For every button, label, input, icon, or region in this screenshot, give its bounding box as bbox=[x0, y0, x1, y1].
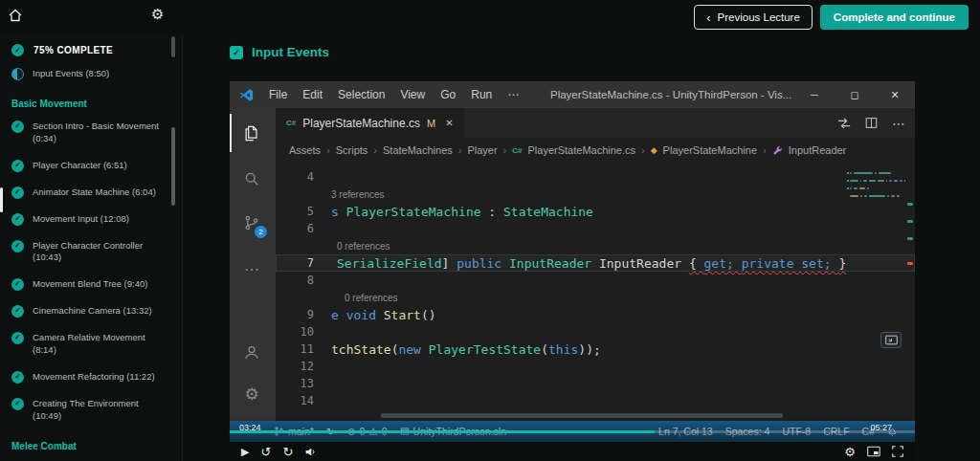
lecture-title: Input Events bbox=[252, 45, 329, 59]
window-controls: ─ ◻ ✕ bbox=[794, 81, 915, 108]
breadcrumb-item[interactable]: StateMachines bbox=[383, 144, 453, 156]
lecture-label: Creating The Environment (10:49) bbox=[33, 397, 167, 423]
fullscreen-icon[interactable] bbox=[892, 446, 903, 457]
check-icon: ✓ bbox=[11, 332, 24, 344]
breadcrumb: Assets › Scripts › StateMachines › Playe… bbox=[276, 138, 915, 163]
rewind-icon[interactable]: ↺ bbox=[260, 446, 271, 458]
maximize-icon[interactable]: ◻ bbox=[835, 81, 875, 108]
scm-badge: 2 bbox=[255, 226, 267, 238]
split-editor-icon[interactable] bbox=[865, 117, 878, 129]
sidebar-item[interactable]: ✓Movement Blend Tree (9:40) bbox=[0, 271, 182, 297]
minimap-line bbox=[850, 207, 905, 209]
code-line: 11tchState(new PlayerTestState(this)); bbox=[276, 340, 915, 358]
tab-label: PlayerStateMachine.cs bbox=[302, 117, 420, 130]
search-icon[interactable] bbox=[230, 160, 274, 198]
volume-icon[interactable] bbox=[304, 446, 317, 458]
scrollbar-thumb[interactable] bbox=[171, 127, 175, 206]
lecture-check-icon: ✓ bbox=[230, 46, 243, 59]
seek-bar[interactable] bbox=[230, 430, 915, 433]
close-icon[interactable]: ✕ bbox=[875, 81, 915, 108]
horizontal-scrollbar[interactable] bbox=[381, 413, 783, 418]
minimap[interactable] bbox=[844, 168, 905, 210]
video-player[interactable]: File Edit Selection View Go Run ⋯ Player… bbox=[230, 81, 915, 461]
lecture-nav: ‹ Previous Lecture Complete and continue bbox=[694, 5, 969, 30]
menu-view[interactable]: View bbox=[392, 81, 433, 108]
codelens-row[interactable]: 0 references bbox=[276, 289, 915, 306]
sidebar-scrollbar[interactable] bbox=[171, 33, 175, 461]
minimap-line bbox=[850, 184, 905, 186]
play-button[interactable]: ▶ bbox=[241, 447, 249, 457]
check-icon: ✓ bbox=[11, 278, 24, 291]
minimap-line bbox=[847, 180, 905, 182]
sidebar-item[interactable]: ✓Camera Relative Movement (8:14) bbox=[0, 324, 182, 363]
minimap-line bbox=[850, 176, 905, 178]
minimap-line bbox=[847, 187, 905, 189]
minimize-icon[interactable]: ─ bbox=[794, 81, 835, 108]
code-line: 12 bbox=[276, 358, 915, 375]
sidebar-item[interactable]: ✓Animator State Machine (6:04) bbox=[0, 179, 182, 206]
menu-selection[interactable]: Selection bbox=[330, 81, 392, 108]
code-editor[interactable]: 43 references5s PlayerStateMachine : Sta… bbox=[276, 163, 915, 421]
account-icon[interactable] bbox=[230, 333, 274, 371]
pip-icon[interactable] bbox=[867, 446, 880, 457]
explorer-icon[interactable] bbox=[230, 114, 272, 152]
sidebar-item[interactable]: ✓Player Character Controller (10:43) bbox=[0, 232, 182, 272]
more-views-icon[interactable]: ⋯ bbox=[230, 250, 274, 288]
breadcrumb-item[interactable]: InputReader bbox=[789, 144, 847, 156]
sidebar-item[interactable]: ✓Player Character (6:51) bbox=[0, 152, 182, 179]
more-actions-icon[interactable]: ⋯ bbox=[892, 116, 905, 131]
menu-go[interactable]: Go bbox=[433, 81, 463, 108]
forward-icon[interactable]: ↻ bbox=[282, 446, 293, 458]
code-line: 13 bbox=[276, 375, 915, 392]
lecture-label: Section Intro - Basic Movement (0:34) bbox=[33, 120, 167, 145]
breadcrumb-item[interactable]: PlayerStateMachine.cs bbox=[528, 144, 636, 156]
minimap-line bbox=[850, 199, 905, 201]
check-icon: ✓ bbox=[11, 160, 24, 172]
course-sidebar: ✓ 75% COMPLETE Input Events (8:50) Basic… bbox=[0, 33, 183, 461]
minimap-line bbox=[850, 203, 905, 205]
sidebar-item[interactable]: ✓Section Intro - Melee Combat (0:25) bbox=[0, 455, 182, 461]
breadcrumb-item[interactable]: Scripts bbox=[336, 144, 368, 156]
home-button[interactable] bbox=[8, 8, 23, 26]
sidebar-item[interactable]: ✓Creating The Environment (10:49) bbox=[0, 390, 182, 429]
breadcrumb-item[interactable]: Player bbox=[467, 144, 497, 156]
menu-file[interactable]: File bbox=[261, 81, 295, 108]
check-icon: ✓ bbox=[11, 44, 24, 56]
tab-playerstatemachine[interactable]: C# PlayerStateMachine.cs M ✕ bbox=[276, 108, 464, 138]
menu-run[interactable]: Run bbox=[463, 81, 500, 108]
csharp-file-icon: C# bbox=[512, 146, 522, 155]
source-control-icon[interactable]: 2 bbox=[230, 204, 274, 242]
manage-gear-icon[interactable]: ⚙ bbox=[230, 375, 274, 413]
property-wrench-icon bbox=[772, 145, 783, 156]
complete-and-continue-button[interactable]: Complete and continue bbox=[820, 5, 969, 30]
code-line: 4 bbox=[276, 168, 915, 186]
minimap-line bbox=[850, 191, 905, 193]
settings-gear-button[interactable]: ⚙ bbox=[151, 6, 164, 23]
check-icon: ✓ bbox=[11, 240, 24, 252]
lecture-label: Animator State Machine (6:04) bbox=[33, 186, 156, 199]
pip-button[interactable] bbox=[880, 332, 902, 348]
chevron-right-icon: › bbox=[503, 144, 507, 156]
menu-more-icon[interactable]: ⋯ bbox=[500, 81, 526, 108]
sidebar-item-input-events[interactable]: Input Events (8:50) bbox=[0, 60, 182, 87]
course-progress: ✓ 75% COMPLETE bbox=[0, 33, 182, 60]
sidebar-item[interactable]: ✓Section Intro - Basic Movement (0:34) bbox=[0, 113, 182, 152]
sidebar-item[interactable]: ✓Movement Refactoring (11:22) bbox=[0, 363, 182, 390]
vscode-window: File Edit Selection View Go Run ⋯ Player… bbox=[230, 81, 915, 442]
lecture-label: Camera Relative Movement (8:14) bbox=[33, 331, 167, 357]
breadcrumb-item[interactable]: Assets bbox=[289, 144, 321, 156]
sidebar-item[interactable]: ✓Movement Input (12:08) bbox=[0, 206, 182, 232]
tab-close-icon[interactable]: ✕ bbox=[445, 118, 453, 128]
breadcrumb-item[interactable]: PlayerStateMachine bbox=[663, 144, 757, 156]
compare-changes-icon[interactable] bbox=[837, 117, 851, 130]
lecture-label: Player Character (6:51) bbox=[33, 159, 127, 172]
scrollbar-thumb[interactable] bbox=[171, 36, 175, 57]
menu-edit[interactable]: Edit bbox=[295, 81, 330, 108]
settings-icon[interactable]: ⚙ bbox=[844, 446, 856, 458]
check-icon: ✓ bbox=[11, 398, 24, 410]
previous-lecture-button[interactable]: ‹ Previous Lecture bbox=[694, 5, 813, 30]
chevron-right-icon: › bbox=[326, 144, 330, 156]
sidebar-item[interactable]: ✓Cinemachine Camera (13:32) bbox=[0, 297, 182, 324]
codelens-row[interactable]: 0 references bbox=[276, 237, 915, 254]
codelens-row[interactable]: 3 references bbox=[276, 186, 915, 203]
